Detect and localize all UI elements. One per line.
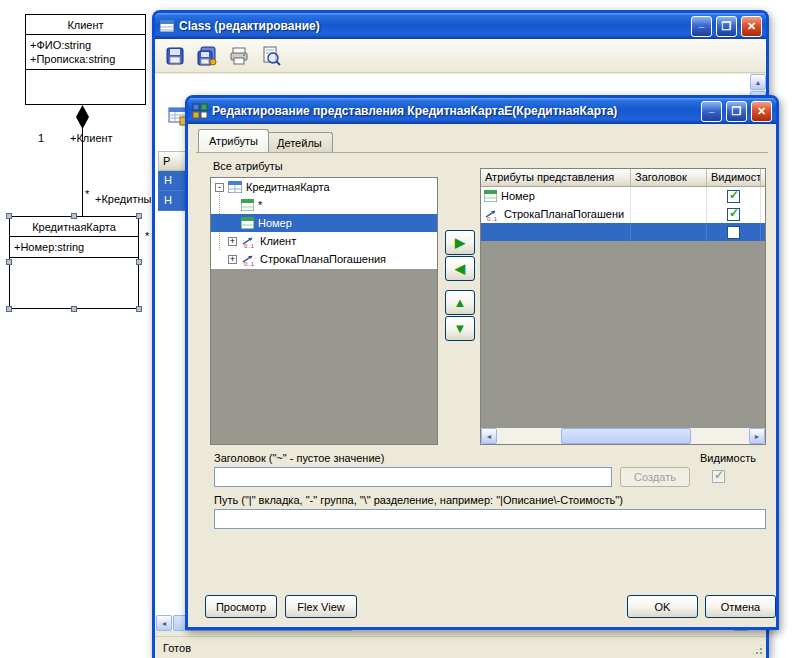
visibility-checkbox[interactable] xyxy=(727,226,740,239)
arrow-down-icon: ▼ xyxy=(454,322,467,335)
dialog-maximize-button[interactable] xyxy=(726,101,747,122)
arrow-left-icon: ◀ xyxy=(455,262,465,275)
move-up-button[interactable]: ▲ xyxy=(445,290,475,315)
print-preview-button[interactable] xyxy=(257,42,285,70)
selection-handle[interactable] xyxy=(6,306,12,312)
multiplicity-label: * xyxy=(145,230,149,242)
svg-text:0..1: 0..1 xyxy=(244,242,255,248)
grid-horizontal-scrollbar[interactable]: ◄ ► xyxy=(481,428,765,444)
print-button[interactable] xyxy=(225,42,253,70)
minimize-button[interactable] xyxy=(691,16,712,37)
scroll-right-icon[interactable]: ► xyxy=(749,428,765,444)
selection-handle[interactable] xyxy=(6,259,12,265)
dialog-minimize-button[interactable] xyxy=(701,101,722,122)
visibility-main-checkbox[interactable] xyxy=(712,470,725,483)
tab-separator xyxy=(196,152,768,153)
relation-icon: 0..1 xyxy=(484,208,500,221)
main-window-titlebar[interactable]: Class (редактирование) xyxy=(155,13,766,39)
dialog-close-button[interactable] xyxy=(751,101,772,122)
grid-row-new[interactable] xyxy=(481,223,766,241)
tab-label: Детейлы xyxy=(277,137,322,149)
column-header[interactable]: Атрибуты представления xyxy=(481,169,631,187)
close-button[interactable] xyxy=(741,16,762,37)
grid-row-nomer[interactable]: Номер xyxy=(481,187,766,205)
tree-item-kreditnayakarta[interactable]: - КредитнаяКарта xyxy=(211,178,437,196)
selection-handle[interactable] xyxy=(71,306,77,312)
path-input[interactable] xyxy=(214,509,766,529)
svg-text:0..1: 0..1 xyxy=(487,215,498,221)
resize-grip-icon[interactable] xyxy=(751,643,764,656)
edit-view-dialog: Редактирование представления КредитнаяКа… xyxy=(185,95,779,630)
relation-icon: 0..1 xyxy=(241,253,257,266)
dialog-icon xyxy=(192,103,208,119)
scroll-left-icon[interactable]: ◄ xyxy=(481,428,497,444)
selection-handle[interactable] xyxy=(6,213,12,219)
row-name: СтрокаПланаПогашени xyxy=(504,208,624,220)
grid-row-strokaplana[interactable]: 0..1 СтрокаПланаПогашени xyxy=(481,205,766,223)
svg-text:0..1: 0..1 xyxy=(244,260,255,266)
save-all-button[interactable] xyxy=(193,42,221,70)
role-label: +Кредитны xyxy=(95,193,151,205)
selection-handle[interactable] xyxy=(136,213,142,219)
expand-icon[interactable]: + xyxy=(228,255,237,264)
maximize-button[interactable] xyxy=(716,16,737,37)
view-attributes-grid[interactable]: Атрибуты представления Заголовок Видимос… xyxy=(480,168,766,445)
save-icon xyxy=(164,45,186,67)
attribute-icon xyxy=(241,199,254,211)
preview-button[interactable]: Просмотр xyxy=(205,595,277,618)
tree-item-nomer[interactable]: Номер xyxy=(211,214,437,232)
main-toolbar xyxy=(155,39,766,73)
tab-label: Атрибуты xyxy=(209,135,258,147)
window-title: Class (редактирование) xyxy=(179,19,687,33)
tree-item-strokaplana[interactable]: + 0..1 СтрокаПланаПогашения xyxy=(211,250,437,268)
tab-details[interactable]: Детейлы xyxy=(266,132,333,152)
uml-class-client[interactable]: Клиент +ФИО:string +Прописка:string xyxy=(25,14,146,105)
scroll-up-icon[interactable]: ▲ xyxy=(750,74,766,90)
visibility-checkbox[interactable] xyxy=(727,190,740,203)
attribute-icon xyxy=(484,190,497,202)
expand-icon[interactable]: + xyxy=(228,237,237,246)
tree-item-klient[interactable]: + 0..1 Клиент xyxy=(211,232,437,250)
header-input[interactable] xyxy=(214,467,612,487)
header-label: Заголовок ("~" - пустое значение) xyxy=(214,452,384,464)
grid-scroll-thumb[interactable] xyxy=(561,428,691,444)
selection-handle[interactable] xyxy=(136,306,142,312)
selection-handle[interactable] xyxy=(71,213,77,219)
tree-item-star[interactable]: * xyxy=(211,196,437,214)
visibility-label: Видимость xyxy=(700,452,756,464)
create-button[interactable]: Создать xyxy=(620,467,690,487)
statusbar: Готов xyxy=(155,636,766,658)
tree-item-label: Номер xyxy=(258,217,292,229)
table-icon xyxy=(228,181,242,193)
column-header[interactable]: Видимость xyxy=(707,169,761,187)
class-attribute: +Прописка:string xyxy=(30,52,141,66)
move-left-button[interactable]: ◀ xyxy=(445,256,475,281)
tree-content: - КредитнаяКарта * xyxy=(211,178,437,269)
class-title: Клиент xyxy=(26,15,145,35)
status-text: Готов xyxy=(163,642,191,654)
move-right-button[interactable]: ▶ xyxy=(445,230,475,255)
flex-view-button[interactable]: Flex View xyxy=(285,595,357,618)
multiplicity-label: * xyxy=(85,188,89,200)
dialog-titlebar[interactable]: Редактирование представления КредитнаяКа… xyxy=(188,98,776,124)
move-down-button[interactable]: ▼ xyxy=(445,316,475,341)
tab-attributes[interactable]: Атрибуты xyxy=(198,129,269,152)
column-header[interactable]: Заголовок xyxy=(631,169,707,187)
class-attributes: +Номер:string xyxy=(10,237,138,258)
selection-handle[interactable] xyxy=(136,259,142,265)
cancel-button[interactable]: Отмена xyxy=(705,595,776,618)
visibility-checkbox[interactable] xyxy=(727,208,740,221)
save-all-icon xyxy=(196,45,218,67)
attribute-icon xyxy=(241,217,254,229)
uml-class-creditcard[interactable]: КредитнаяКарта +Номер:string xyxy=(9,216,139,309)
multiplicity-label: 1 xyxy=(38,132,44,144)
scroll-left-icon[interactable]: ◄ xyxy=(156,615,172,631)
all-attributes-tree[interactable]: - КредитнаяКарта * xyxy=(210,177,438,445)
ok-button[interactable]: OK xyxy=(627,595,698,618)
tree-item-label: * xyxy=(258,199,262,211)
tree-item-label: КредитнаяКарта xyxy=(246,181,330,193)
collapse-icon[interactable]: - xyxy=(215,183,224,192)
print-icon xyxy=(228,45,250,67)
save-button[interactable] xyxy=(161,42,189,70)
column-header[interactable] xyxy=(761,169,766,187)
